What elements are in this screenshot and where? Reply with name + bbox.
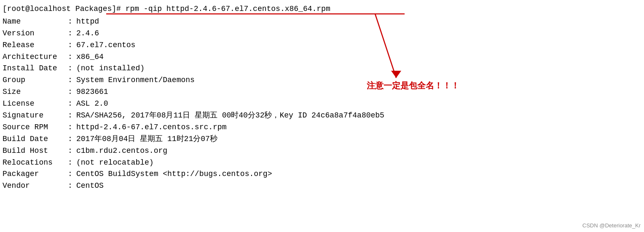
field-colon: : xyxy=(68,110,76,122)
field-colon: : xyxy=(68,157,76,169)
field-value: 9823661 xyxy=(76,86,108,98)
table-row: Relocations : (not relocatable) xyxy=(3,157,641,169)
field-colon: : xyxy=(68,180,76,192)
field-key: Architecture xyxy=(3,51,68,63)
field-key: License xyxy=(3,98,68,110)
field-key: Vendor xyxy=(3,180,68,192)
field-value: c1bm.rdu2.centos.org xyxy=(76,145,167,157)
field-value: httpd-2.4.6-67.el7.centos.src.rpm xyxy=(76,122,226,133)
table-row: Version : 2.4.6 xyxy=(3,28,641,40)
table-row: Signature : RSA/SHA256, 2017年08月11日 星期五 … xyxy=(3,110,641,122)
field-key: Release xyxy=(3,40,68,51)
command-line: [root@localhost Packages]# rpm -qip http… xyxy=(3,3,641,15)
table-row: Group : System Environment/Daemons xyxy=(3,75,641,86)
field-value: 2017年08月04日 星期五 11时21分07秒 xyxy=(76,133,217,145)
field-value: CentOS BuildSystem <http://bugs.centos.o… xyxy=(76,168,272,180)
table-row: Packager : CentOS BuildSystem <http://bu… xyxy=(3,168,641,180)
field-value: (not installed) xyxy=(76,63,145,75)
field-key: Source RPM xyxy=(3,122,68,133)
field-colon: : xyxy=(68,28,76,40)
table-row: License : ASL 2.0 xyxy=(3,98,641,110)
table-row: Source RPM : httpd-2.4.6-67.el7.centos.s… xyxy=(3,122,641,133)
field-value: (not relocatable) xyxy=(76,157,154,169)
table-row: Build Host : c1bm.rdu2.centos.org xyxy=(3,145,641,157)
field-colon: : xyxy=(68,133,76,145)
table-row: Size : 9823661 xyxy=(3,86,641,98)
field-key: Build Date xyxy=(3,133,68,145)
field-value: httpd xyxy=(76,16,99,28)
field-colon: : xyxy=(68,51,76,63)
field-key: Version xyxy=(3,28,68,40)
field-key: Packager xyxy=(3,168,68,180)
field-value: RSA/SHA256, 2017年08月11日 星期五 00时40分32秒，Ke… xyxy=(76,110,384,122)
field-value: System Environment/Daemons xyxy=(76,75,195,86)
field-value: CentOS xyxy=(76,180,104,192)
table-row: Build Date : 2017年08月04日 星期五 11时21分07秒 xyxy=(3,133,641,145)
field-colon: : xyxy=(68,168,76,180)
table-row: Release : 67.el7.centos xyxy=(3,40,641,51)
table-row: Install Date : (not installed) xyxy=(3,63,641,75)
field-colon: : xyxy=(68,40,76,51)
table-row: Name : httpd xyxy=(3,16,641,28)
field-value: 67.el7.centos xyxy=(76,40,135,51)
field-colon: : xyxy=(68,63,76,75)
field-value: ASL 2.0 xyxy=(76,98,108,110)
field-colon: : xyxy=(68,16,76,28)
field-value: x86_64 xyxy=(76,51,104,63)
field-key: Group xyxy=(3,75,68,86)
field-key: Signature xyxy=(3,110,68,122)
field-colon: : xyxy=(68,75,76,86)
field-key: Size xyxy=(3,86,68,98)
rpm-info-table: Name : httpdVersion : 2.4.6Release : 67.… xyxy=(3,16,641,192)
table-row: Architecture : x86_64 xyxy=(3,51,641,63)
table-row: Vendor : CentOS xyxy=(3,180,641,192)
field-key: Build Host xyxy=(3,145,68,157)
watermark: CSDN @Deteriorate_Kr xyxy=(582,222,641,229)
field-key: Relocations xyxy=(3,157,68,169)
field-key: Name xyxy=(3,16,68,28)
terminal-window: [root@localhost Packages]# rpm -qip http… xyxy=(0,0,644,195)
field-value: 2.4.6 xyxy=(76,28,99,40)
field-colon: : xyxy=(68,122,76,133)
field-colon: : xyxy=(68,98,76,110)
field-key: Install Date xyxy=(3,63,68,75)
field-colon: : xyxy=(68,145,76,157)
field-colon: : xyxy=(68,86,76,98)
